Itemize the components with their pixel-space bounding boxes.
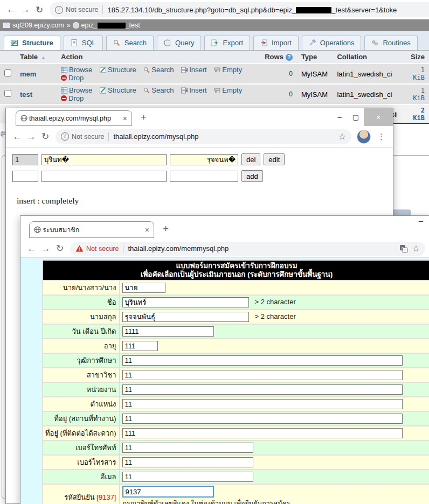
- address-bar[interactable]: Not secure thaiall.epizy.com/memmysql.ph…: [70, 242, 425, 256]
- back-icon[interactable]: ←: [4, 4, 18, 15]
- form-row: ชื่อ > 2 character: [43, 296, 429, 309]
- table-name-link[interactable]: mem: [20, 70, 36, 78]
- action-search[interactable]: Search: [143, 66, 174, 74]
- browser-tab[interactable]: thaiall.epizy.com/mysql.php ×: [16, 110, 132, 126]
- forward-icon[interactable]: →: [24, 131, 38, 142]
- action-drop[interactable]: Drop: [61, 94, 84, 102]
- sum-size: 2 KiB: [401, 104, 429, 124]
- empty-icon: [214, 67, 220, 73]
- work-address-field[interactable]: [122, 414, 403, 424]
- contact-address-field[interactable]: [122, 428, 403, 438]
- window-member-form: ระบบสมาชิก × + – ← → ↻ Not secure thaial…: [20, 215, 429, 504]
- tab-query[interactable]: Query: [157, 36, 201, 50]
- action-search[interactable]: Search: [143, 86, 174, 94]
- name-field[interactable]: [41, 154, 167, 165]
- action-empty[interactable]: Empty: [214, 86, 242, 94]
- new-tab-button[interactable]: +: [141, 111, 147, 123]
- lastname-field[interactable]: [122, 312, 249, 322]
- new-name-field[interactable]: [41, 171, 167, 182]
- action-structure[interactable]: Structure: [100, 66, 136, 74]
- education-field[interactable]: [122, 355, 403, 366]
- organization-field[interactable]: [122, 384, 403, 395]
- browser-toolbar-1: ← → ↻ i Not secure 185.27.134.10/db_stru…: [0, 0, 429, 19]
- col-header-table[interactable]: Table▲: [16, 51, 57, 64]
- empty-icon: [214, 87, 220, 94]
- new-tab-button[interactable]: +: [163, 223, 169, 235]
- tab-close-icon[interactable]: ×: [123, 114, 127, 123]
- address-bar[interactable]: i Not secure thaiall.epizy.com/mysql.php…: [56, 129, 351, 144]
- edit-button[interactable]: edit: [264, 153, 285, 165]
- back-icon[interactable]: ←: [25, 243, 39, 254]
- age-field[interactable]: [122, 341, 158, 351]
- tab-structure[interactable]: Structure: [4, 36, 60, 50]
- tab-search[interactable]: Search: [106, 36, 154, 50]
- collation[interactable]: latin1_swedish_ci: [333, 64, 401, 84]
- maximize-button[interactable]: ▢: [348, 113, 364, 121]
- back-icon[interactable]: ←: [10, 131, 24, 142]
- breadcrumb-separator: »: [67, 22, 71, 29]
- row-checkbox[interactable]: [4, 90, 11, 97]
- row-checkbox[interactable]: [4, 69, 11, 76]
- info-icon[interactable]: i: [61, 132, 69, 141]
- translate-icon[interactable]: aT: [399, 244, 408, 253]
- tab-close-icon[interactable]: ×: [145, 226, 149, 234]
- position-field[interactable]: [122, 399, 403, 409]
- email-field[interactable]: [122, 472, 253, 482]
- divider: [123, 244, 123, 253]
- collation[interactable]: latin1_swedish_ci: [333, 84, 401, 104]
- captcha-field[interactable]: [122, 486, 214, 498]
- phone-field[interactable]: [122, 443, 253, 453]
- forward-icon[interactable]: →: [18, 4, 32, 15]
- new-id-field[interactable]: [12, 171, 38, 182]
- address-bar[interactable]: i Not secure 185.27.134.10/db_structure.…: [50, 2, 429, 17]
- action-insert[interactable]: Insert: [181, 86, 207, 94]
- breadcrumb-database[interactable]: epiz__test: [81, 22, 140, 29]
- firstname-field[interactable]: [122, 297, 249, 307]
- browser-tab[interactable]: ระบบสมาชิก ×: [29, 221, 154, 238]
- birthdate-field[interactable]: [122, 326, 214, 337]
- forward-icon[interactable]: →: [39, 243, 53, 254]
- breadcrumb-server[interactable]: sql209.epizy.com: [12, 22, 64, 29]
- help-icon[interactable]: ?: [286, 54, 293, 61]
- del-button[interactable]: del: [241, 153, 260, 165]
- action-browse[interactable]: Browse: [61, 66, 92, 74]
- action-empty[interactable]: Empty: [214, 66, 242, 74]
- id-field[interactable]: [12, 154, 38, 165]
- tab-operations[interactable]: Operations: [302, 36, 362, 50]
- table-name-link[interactable]: test: [20, 90, 32, 99]
- sql-icon: [71, 39, 78, 46]
- tab-sql[interactable]: SQL: [64, 36, 103, 50]
- menu-icon[interactable]: ⋮: [374, 132, 389, 142]
- bookmark-star-icon[interactable]: ☆: [412, 243, 420, 254]
- surname-field[interactable]: [170, 154, 238, 165]
- fax-field[interactable]: [122, 457, 253, 467]
- url-text: 185.27.134.10/db_structure.php?goto=db_s…: [107, 6, 397, 14]
- close-button[interactable]: ×: [364, 108, 393, 126]
- reload-icon[interactable]: ↻: [38, 131, 52, 142]
- tab-strip: ระบบสมาชิก × + –: [20, 216, 429, 240]
- tab-import[interactable]: Import: [253, 36, 299, 50]
- minimize-button[interactable]: –: [331, 113, 348, 121]
- form-row: ตำแหน่ง: [43, 397, 429, 411]
- new-surname-field[interactable]: [170, 171, 238, 182]
- add-button[interactable]: add: [241, 170, 263, 182]
- major-field[interactable]: [122, 370, 403, 380]
- table-row-test: test Browse Structure Search Insert Empt…: [0, 84, 429, 104]
- tab-routines[interactable]: Routines: [364, 36, 417, 50]
- page-divider: [393, 123, 429, 124]
- browser-toolbar-3: ← → ↻ Not secure thaiall.epizy.com/memmy…: [20, 240, 429, 258]
- row-count: 0: [258, 84, 297, 104]
- profile-avatar[interactable]: [357, 130, 371, 144]
- title-field[interactable]: [122, 283, 165, 293]
- reload-icon[interactable]: ↻: [53, 243, 67, 254]
- drop-icon: [61, 75, 67, 81]
- action-drop[interactable]: Drop: [61, 74, 84, 82]
- reload-icon[interactable]: ↻: [32, 4, 46, 16]
- minimize-button[interactable]: –: [419, 216, 423, 225]
- info-icon[interactable]: i: [55, 6, 63, 14]
- action-structure[interactable]: Structure: [100, 86, 136, 94]
- action-browse[interactable]: Browse: [61, 86, 92, 94]
- action-insert[interactable]: Insert: [181, 66, 207, 74]
- bookmark-star-icon[interactable]: ☆: [338, 131, 346, 142]
- tab-export[interactable]: Export: [204, 36, 250, 50]
